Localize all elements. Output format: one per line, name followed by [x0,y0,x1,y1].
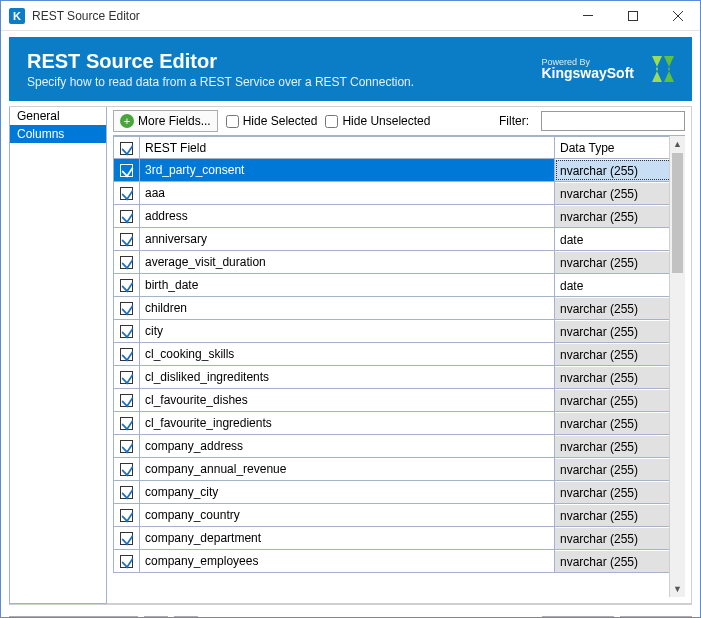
data-type-button[interactable]: nvarchar (255) [555,389,684,411]
row-type-cell[interactable]: nvarchar (255) [555,435,685,458]
row-type-cell[interactable]: nvarchar (255) [555,320,685,343]
row-field-cell[interactable]: cl_disliked_ingreditents [140,366,555,389]
row-field-cell[interactable]: anniversary [140,228,555,251]
table-row[interactable]: addressnvarchar (255) [114,205,685,228]
table-row[interactable]: cl_favourite_ingredientsnvarchar (255) [114,412,685,435]
row-field-cell[interactable]: aaa [140,182,555,205]
row-field-cell[interactable]: company_annual_revenue [140,458,555,481]
row-field-cell[interactable]: birth_date [140,274,555,297]
more-fields-button[interactable]: + More Fields... [113,110,218,132]
header-field[interactable]: REST Field [140,137,555,159]
row-field-cell[interactable]: company_department [140,527,555,550]
table-row[interactable]: company_annual_revenuenvarchar (255) [114,458,685,481]
row-type-cell[interactable]: nvarchar (255) [555,366,685,389]
table-row[interactable]: citynvarchar (255) [114,320,685,343]
data-type-button[interactable]: nvarchar (255) [555,343,684,365]
table-row[interactable]: company_departmentnvarchar (255) [114,527,685,550]
table-row[interactable]: cl_favourite_dishesnvarchar (255) [114,389,685,412]
row-type-cell[interactable]: nvarchar (255) [555,527,685,550]
row-check-cell[interactable] [114,320,140,343]
grid-scrollbar[interactable]: ▲ ▼ [669,136,685,597]
table-row[interactable]: company_citynvarchar (255) [114,481,685,504]
row-type-cell[interactable]: nvarchar (255) [555,297,685,320]
hide-unselected-input[interactable] [325,115,338,128]
row-type-cell[interactable]: date [555,228,685,251]
sidebar-item-general[interactable]: General [10,107,106,125]
data-type-button[interactable]: nvarchar (255) [555,527,684,549]
data-type-button[interactable]: nvarchar (255) [555,550,684,572]
scroll-up-icon[interactable]: ▲ [670,136,685,152]
data-type-button[interactable]: nvarchar (255) [555,297,684,319]
row-type-cell[interactable]: nvarchar (255) [555,389,685,412]
row-type-cell[interactable]: nvarchar (255) [555,481,685,504]
data-type-button[interactable]: nvarchar (255) [555,481,684,503]
row-check-cell[interactable] [114,412,140,435]
row-field-cell[interactable]: city [140,320,555,343]
row-field-cell[interactable]: company_country [140,504,555,527]
row-field-cell[interactable]: cl_favourite_ingredients [140,412,555,435]
row-type-cell[interactable]: nvarchar (255) [555,504,685,527]
data-type-button[interactable]: nvarchar (255) [555,320,684,342]
data-type-button[interactable]: date [555,274,684,296]
table-row[interactable]: cl_disliked_ingreditentsnvarchar (255) [114,366,685,389]
table-row[interactable]: cl_cooking_skillsnvarchar (255) [114,343,685,366]
data-type-button[interactable]: nvarchar (255) [555,504,684,526]
hide-selected-input[interactable] [226,115,239,128]
sidebar-item-columns[interactable]: Columns [10,125,106,143]
row-type-cell[interactable]: nvarchar (255) [555,550,685,573]
data-type-button[interactable]: nvarchar (255) [555,458,684,480]
row-check-cell[interactable] [114,297,140,320]
row-check-cell[interactable] [114,228,140,251]
row-type-cell[interactable]: nvarchar (255) [555,182,685,205]
row-type-cell[interactable]: nvarchar (255) [555,251,685,274]
row-check-cell[interactable] [114,251,140,274]
row-type-cell[interactable]: nvarchar (255) [555,159,685,182]
row-check-cell[interactable] [114,527,140,550]
hide-unselected-checkbox[interactable]: Hide Unselected [325,114,430,128]
table-row[interactable]: childrennvarchar (255) [114,297,685,320]
row-check-cell[interactable] [114,182,140,205]
table-row[interactable]: average_visit_durationnvarchar (255) [114,251,685,274]
data-type-button[interactable]: nvarchar (255) [555,435,684,457]
row-check-cell[interactable] [114,550,140,573]
header-type[interactable]: Data Type [555,137,685,159]
data-type-button[interactable]: date [555,228,684,250]
row-type-cell[interactable]: nvarchar (255) [555,205,685,228]
row-check-cell[interactable] [114,458,140,481]
row-check-cell[interactable] [114,205,140,228]
scroll-down-icon[interactable]: ▼ [670,581,685,597]
table-row[interactable]: company_countrynvarchar (255) [114,504,685,527]
row-field-cell[interactable]: children [140,297,555,320]
row-field-cell[interactable]: company_employees [140,550,555,573]
hide-selected-checkbox[interactable]: Hide Selected [226,114,318,128]
data-type-button[interactable]: nvarchar (255) [555,366,684,388]
data-type-button[interactable]: nvarchar (255) [555,251,684,273]
row-check-cell[interactable] [114,274,140,297]
data-type-button[interactable]: nvarchar (255) [555,412,684,434]
row-field-cell[interactable]: average_visit_duration [140,251,555,274]
row-field-cell[interactable]: company_city [140,481,555,504]
table-row[interactable]: 3rd_party_consentnvarchar (255) [114,159,685,182]
data-type-button[interactable]: nvarchar (255) [555,205,684,227]
close-button[interactable] [655,1,700,30]
row-check-cell[interactable] [114,366,140,389]
table-row[interactable]: company_addressnvarchar (255) [114,435,685,458]
table-row[interactable]: aaanvarchar (255) [114,182,685,205]
row-type-cell[interactable]: nvarchar (255) [555,412,685,435]
row-check-cell[interactable] [114,481,140,504]
table-row[interactable]: anniversarydate [114,228,685,251]
scroll-thumb[interactable] [672,153,683,273]
filter-input[interactable] [541,111,685,131]
minimize-button[interactable] [565,1,610,30]
table-row[interactable]: company_employeesnvarchar (255) [114,550,685,573]
row-check-cell[interactable] [114,343,140,366]
row-type-cell[interactable]: date [555,274,685,297]
maximize-button[interactable] [610,1,655,30]
row-check-cell[interactable] [114,504,140,527]
table-row[interactable]: birth_datedate [114,274,685,297]
row-check-cell[interactable] [114,389,140,412]
row-field-cell[interactable]: company_address [140,435,555,458]
data-type-button[interactable]: nvarchar (255) [555,182,684,204]
row-field-cell[interactable]: cl_cooking_skills [140,343,555,366]
row-type-cell[interactable]: nvarchar (255) [555,343,685,366]
